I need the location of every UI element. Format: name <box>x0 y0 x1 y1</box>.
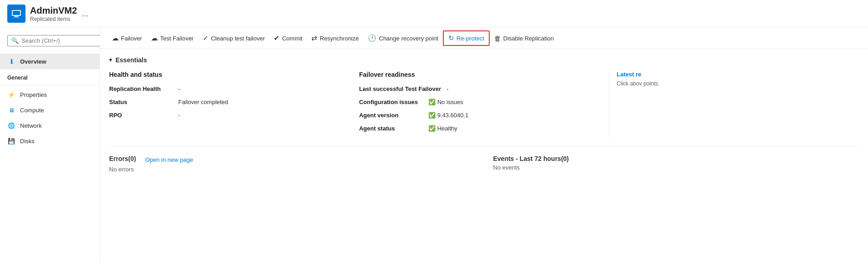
commit-label: Commit <box>282 35 302 42</box>
errors-section: Errors(0) Open in new page No errors <box>109 155 475 173</box>
cleanup-test-failover-button[interactable]: ✓ Cleanup test failover <box>198 31 270 45</box>
agent-version-check-icon: ✅ <box>428 112 436 119</box>
vm-icon <box>7 5 25 23</box>
failover-icon: ☁ <box>112 34 119 42</box>
failover-readiness-col: Failover readiness Last successful Test … <box>359 71 609 138</box>
essentials-chevron: ▾ <box>109 57 112 63</box>
resynchronize-icon: ⇄ <box>311 34 317 42</box>
errors-value: No errors <box>109 166 475 173</box>
agent-version-row: Agent version ✅ 9.43.6040.1 <box>359 112 591 119</box>
content-divider <box>109 145 859 146</box>
sidebar-divider <box>0 85 100 85</box>
essentials-header[interactable]: ▾ Essentials <box>109 56 859 64</box>
re-protect-label: Re-protect <box>457 35 484 42</box>
replication-health-row: Replication Health - <box>109 85 341 92</box>
more-options-button[interactable]: ... <box>81 9 88 19</box>
config-issues-label: Configuration issues <box>359 99 423 105</box>
status-value: Failover completed <box>178 99 228 105</box>
vm-subtitle: Replicated items <box>30 16 77 22</box>
disable-replication-button[interactable]: 🗑 Disable Replication <box>490 32 558 45</box>
change-recovery-icon: 🕐 <box>368 34 376 42</box>
latest-panel-title: Latest re <box>617 71 841 78</box>
disable-replication-icon: 🗑 <box>494 35 501 42</box>
status-row: Status Failover completed <box>109 99 341 105</box>
latest-panel-text: Click abov points. <box>617 80 841 87</box>
sidebar-item-compute[interactable]: 🖥 Compute <box>0 102 100 118</box>
page-header: AdminVM2 Replicated items ... <box>0 0 868 28</box>
resynchronize-button[interactable]: ⇄ Resynchronize <box>307 31 363 45</box>
open-in-new-page-link[interactable]: Open in new page <box>145 156 193 163</box>
resynchronize-label: Resynchronize <box>320 35 359 42</box>
commit-button[interactable]: ✔ Commit <box>269 31 307 45</box>
overview-icon: ℹ <box>7 57 15 65</box>
general-section-label: General <box>0 69 100 83</box>
search-box[interactable]: 🔍 <box>7 35 102 46</box>
toolbar: ☁ Failover ☁ Test Failover ✓ Cleanup tes… <box>100 28 868 49</box>
agent-status-value: ✅ Healthy <box>428 125 457 132</box>
sidebar-item-disks[interactable]: 💾 Disks <box>0 133 100 149</box>
cleanup-icon: ✓ <box>203 34 209 42</box>
sidebar-item-overview-label: Overview <box>20 58 46 65</box>
essentials-title: Essentials <box>115 56 147 64</box>
test-failover-label: Test Failover <box>160 35 194 42</box>
failover-readiness-title: Failover readiness <box>359 71 591 78</box>
errors-header: Errors(0) <box>109 155 136 162</box>
sidebar-item-overview[interactable]: ℹ Overview <box>0 54 100 69</box>
health-status-col: Health and status Replication Health - S… <box>109 71 359 138</box>
config-issues-check-icon: ✅ <box>428 99 436 105</box>
replication-health-value: - <box>178 85 180 92</box>
agent-version-label: Agent version <box>359 112 423 119</box>
last-test-failover-label: Last successful Test Failover <box>359 85 441 92</box>
svg-rect-2 <box>15 16 18 17</box>
re-protect-button[interactable]: ↻ Re-protect <box>443 30 490 46</box>
replication-health-label: Replication Health <box>109 85 173 92</box>
search-icon: 🔍 <box>11 37 19 44</box>
change-recovery-point-button[interactable]: 🕐 Change recovery point <box>363 31 443 45</box>
change-recovery-label: Change recovery point <box>379 35 438 42</box>
sidebar-item-network-label: Network <box>20 122 42 129</box>
test-failover-icon: ☁ <box>151 34 158 42</box>
failover-label: Failover <box>121 35 142 42</box>
sidebar: 🔍 « ℹ Overview General ⚡ Properties 🖥 Co… <box>0 28 100 263</box>
search-input[interactable] <box>21 37 98 44</box>
svg-rect-3 <box>14 17 19 18</box>
events-section: Events - Last 72 hours(0) No events <box>493 155 859 171</box>
sidebar-item-disks-label: Disks <box>20 138 35 145</box>
compute-icon: 🖥 <box>7 106 15 114</box>
content-area: ▾ Essentials Health and status Replicati… <box>100 49 868 180</box>
rpo-row: RPO - <box>109 112 341 119</box>
latest-panel-col: Latest re Click abov points. <box>609 71 859 138</box>
status-label: Status <box>109 99 173 105</box>
properties-icon: ⚡ <box>7 90 15 99</box>
sidebar-item-compute-label: Compute <box>20 107 44 114</box>
commit-icon: ✔ <box>274 34 280 42</box>
failover-button[interactable]: ☁ Failover <box>107 31 146 45</box>
agent-status-label: Agent status <box>359 125 423 132</box>
health-status-title: Health and status <box>109 71 341 78</box>
disks-icon: 💾 <box>7 137 15 145</box>
last-test-failover-value: - <box>447 85 448 92</box>
disable-replication-label: Disable Replication <box>503 35 554 42</box>
network-icon: 🌐 <box>7 121 15 130</box>
sidebar-item-network[interactable]: 🌐 Network <box>0 118 100 133</box>
main-content: ☁ Failover ☁ Test Failover ✓ Cleanup tes… <box>100 28 868 263</box>
agent-status-row: Agent status ✅ Healthy <box>359 125 591 132</box>
re-protect-icon: ↻ <box>448 34 454 42</box>
config-issues-value: ✅ No issues <box>428 99 463 105</box>
svg-rect-1 <box>13 11 20 15</box>
events-header: Events - Last 72 hours(0) <box>493 155 859 162</box>
rpo-value: - <box>178 112 180 119</box>
header-title-block: AdminVM2 Replicated items <box>30 5 77 22</box>
config-issues-row: Configuration issues ✅ No issues <box>359 99 591 105</box>
bottom-section: Errors(0) Open in new page No errors Eve… <box>109 153 859 173</box>
sidebar-item-properties-label: Properties <box>20 91 47 98</box>
sidebar-item-properties[interactable]: ⚡ Properties <box>0 87 100 102</box>
events-value: No events <box>493 164 859 171</box>
essentials-grid: Health and status Replication Health - S… <box>109 71 859 138</box>
agent-status-check-icon: ✅ <box>428 125 436 132</box>
rpo-label: RPO <box>109 112 173 119</box>
last-test-failover-row: Last successful Test Failover - <box>359 85 591 92</box>
vm-name: AdminVM2 <box>30 5 77 16</box>
test-failover-button[interactable]: ☁ Test Failover <box>146 31 198 45</box>
cleanup-label: Cleanup test failover <box>211 35 265 42</box>
